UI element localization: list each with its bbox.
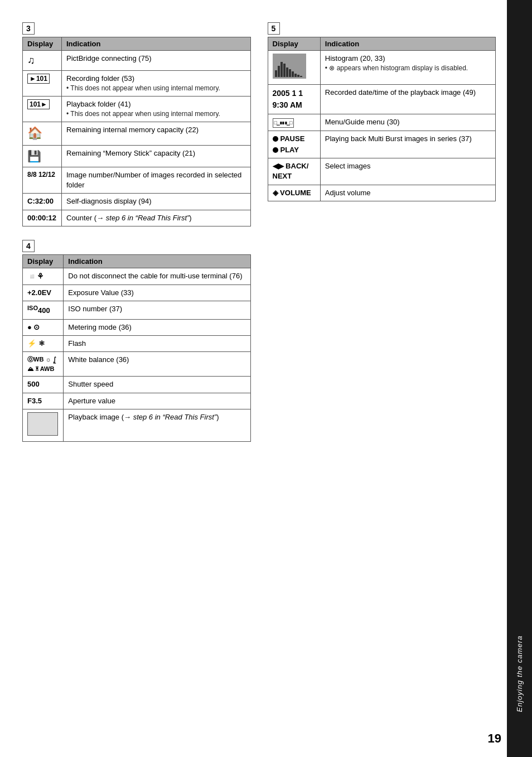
section-5: 5 Display Indication (268, 22, 496, 201)
table-row: 500 Shutter speed (23, 377, 251, 393)
section-4-table: Display Indication ◽⚘ Do not disconnect … (22, 254, 251, 442)
display-cell (23, 409, 64, 441)
display-cell: ⓪WB ☼ ⨜ ⛰ ☀ AWB (23, 352, 64, 377)
indication-cell: Recording folder (53) • This does not ap… (62, 71, 251, 97)
cable-icon: ◽⚘ (27, 272, 44, 281)
wb-icons-line1: ⓪WB ☼ ⨜ (27, 355, 59, 364)
indication-cell: Menu/Guide menu (30) (320, 114, 495, 131)
display-cell: ◽⚘ (23, 268, 64, 285)
back-next-line2: NEXT (273, 171, 316, 181)
play-folder-icon: 101► (27, 99, 50, 109)
playback-thumb (27, 412, 58, 436)
display-cell: ISO400 (23, 301, 64, 320)
table-row: 00:00:12 Counter (→ step 6 in “Read This… (23, 210, 251, 226)
indication-cell: Self-diagnosis display (94) (62, 194, 251, 210)
display-cell: ◈ VOLUME (268, 185, 320, 201)
display-cell: 8/8 12/12 (23, 167, 62, 193)
section-5-table: Display Indication (268, 37, 496, 201)
svg-rect-2 (278, 66, 280, 77)
indication-cell: Counter (→ step 6 in “Read This First”) (62, 210, 251, 226)
indication-cell: Do not disconnect the cable for multi-us… (64, 268, 250, 285)
table-row: 101► Playback folder (41) • This does no… (23, 97, 251, 122)
section-4: 4 Display Indication (22, 240, 251, 442)
wb-icons-line2: ⛰ ☀ AWB (27, 364, 59, 374)
right-column: 5 Display Indication (268, 22, 496, 442)
table-row: 🏠 Remaining internal memory capacity (22… (23, 122, 251, 146)
right-sidebar: Enjoying the camera (507, 0, 532, 757)
indication-cell: Playback folder (41) • This does not app… (62, 97, 251, 122)
section-5-label: 5 (268, 22, 496, 35)
indication-cell: Histogram (20, 33) • ⊗ appears when hist… (320, 51, 495, 85)
col-display-4: Display (23, 254, 64, 268)
histogram-svg (273, 54, 306, 79)
section-4-box: 4 (22, 240, 35, 252)
table-row: Histogram (20, 33) • ⊗ appears when hist… (268, 51, 496, 85)
play-item: PLAY (273, 145, 316, 155)
memory-stick-icon: 💾 (27, 150, 41, 162)
table-row: ♫ PictBridge connecting (75) (23, 51, 251, 71)
display-cell: 💾 (23, 145, 62, 167)
svg-rect-3 (280, 62, 283, 77)
section-5-box: 5 (268, 22, 280, 35)
svg-rect-6 (289, 69, 291, 77)
display-cell: PAUSE PLAY (268, 131, 320, 158)
display-cell: F3.5 (23, 393, 64, 409)
back-next-line1: ◀▶ BACK/ (273, 161, 316, 171)
table-row: ⓪WB ☼ ⨜ ⛰ ☀ AWB White balance (36) (23, 352, 251, 377)
col-indication-5: Indication (320, 37, 495, 51)
table-row: Playback image (→ step 6 in “Read This F… (23, 409, 251, 441)
time-display: 9:30 AM (273, 99, 316, 111)
play-label: PLAY (280, 145, 299, 155)
table-row: ● ⊙ Metering mode (36) (23, 320, 251, 336)
back-next-display: ◀▶ BACK/ NEXT (273, 161, 316, 181)
section-3-table: Display Indication ♫ PictBridge connecti… (22, 37, 251, 226)
table-row: F3.5 Aperture value (23, 393, 251, 409)
col-indication-4: Indication (64, 254, 250, 268)
section-3: 3 Display Indication (22, 22, 251, 226)
main-content: 3 Display Indication (0, 0, 507, 757)
table-row: ◽⚘ Do not disconnect the cable for multi… (23, 268, 251, 285)
table-row: 💾 Remaining “Memory Stick” capacity (21) (23, 145, 251, 167)
table-row: 2005 1 1 9:30 AM Recorded date/time of t… (268, 85, 496, 114)
indication-cell: Remaining internal memory capacity (22) (62, 122, 251, 146)
section-3-label: 3 (22, 22, 251, 35)
display-cell: 101► (23, 97, 62, 122)
histogram-thumb (273, 54, 306, 79)
page-number: 19 (488, 731, 501, 746)
display-cell: 🏠 (23, 122, 62, 146)
pictbridge-icon: ♫ (27, 55, 35, 66)
display-cell: ►101 (23, 71, 62, 97)
indication-cell: Shutter speed (64, 377, 250, 393)
display-cell: 00:00:12 (23, 210, 62, 226)
table-row: ◀▶ BACK/ NEXT Select images (268, 158, 496, 185)
table-row: □⎯▮▮▮⎯□ Menu/Guide menu (30) (268, 114, 496, 131)
display-cell: +2.0EV (23, 285, 64, 301)
indication-cell: Image number/Number of images recorded i… (62, 167, 251, 193)
display-cell: ◀▶ BACK/ NEXT (268, 158, 320, 185)
flash-icon: ⚡ ⚛ (27, 339, 45, 348)
svg-rect-1 (275, 70, 277, 77)
table-row: ►101 Recording folder (53) • This does n… (23, 71, 251, 97)
indication-cell: Exposure Value (33) (64, 285, 250, 301)
page-container: 3 Display Indication (0, 0, 532, 757)
svg-rect-4 (283, 64, 286, 77)
col-indication-3: Indication (62, 37, 251, 51)
svg-rect-10 (300, 76, 302, 77)
section-4-label: 4 (22, 240, 251, 252)
display-cell: 500 (23, 377, 64, 393)
menu-guide-icon: □⎯▮▮▮⎯□ (273, 118, 294, 128)
bullet-text: • ⊗ appears when histogram display is di… (325, 64, 491, 73)
table-row: ISO400 ISO number (37) (23, 301, 251, 320)
pause-label: PAUSE (280, 134, 305, 144)
display-cell (268, 51, 320, 85)
display-cell: 2005 1 1 9:30 AM (268, 85, 320, 114)
svg-rect-5 (286, 67, 288, 77)
metering-icon: ● ⊙ (27, 323, 40, 331)
rec-folder-icon: ►101 (27, 74, 50, 84)
internal-memory-icon: 🏠 (27, 126, 42, 140)
indication-cell: Adjust volume (320, 185, 495, 201)
pause-circle (273, 136, 278, 142)
left-column: 3 Display Indication (22, 22, 251, 442)
table-row: ◈ VOLUME Adjust volume (268, 185, 496, 201)
indication-cell: Metering mode (36) (64, 320, 250, 336)
